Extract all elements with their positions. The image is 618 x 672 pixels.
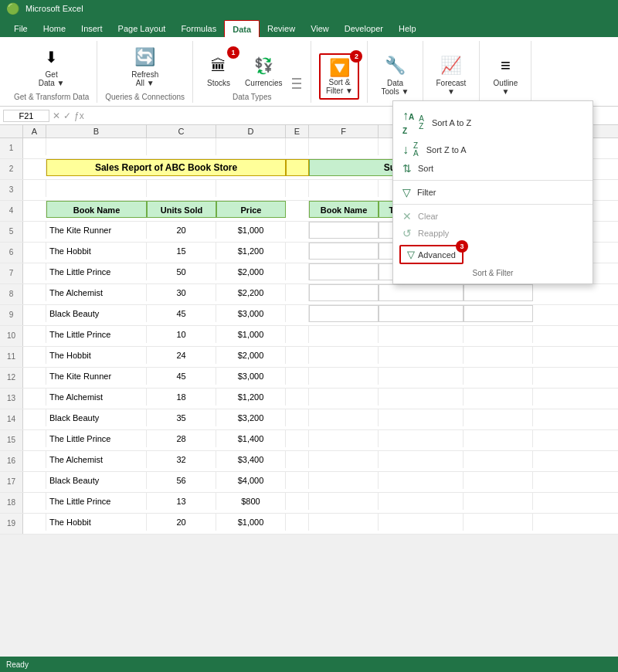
- cell-e4[interactable]: [286, 201, 309, 218]
- cell-b6[interactable]: The Hobbit: [46, 243, 147, 260]
- cell-f7[interactable]: [309, 263, 379, 280]
- cell-b5[interactable]: The Kite Runner: [46, 222, 147, 239]
- cell-h14[interactable]: [464, 409, 533, 426]
- cell-b7[interactable]: The Little Prince: [46, 263, 147, 280]
- cell-f17[interactable]: [309, 472, 379, 489]
- data-tools-btn[interactable]: 🔧 DataTools ▼: [375, 49, 414, 100]
- cell-d3[interactable]: [216, 180, 286, 197]
- tab-help[interactable]: Help: [391, 20, 424, 37]
- cell-e10[interactable]: [286, 326, 309, 343]
- cell-d19[interactable]: $1,000: [216, 514, 286, 531]
- cell-b11[interactable]: The Hobbit: [46, 347, 147, 364]
- cell-c6[interactable]: 15: [147, 243, 216, 260]
- cell-d18[interactable]: $800: [216, 493, 286, 510]
- cell-e19[interactable]: [286, 514, 309, 531]
- cell-e2[interactable]: [286, 159, 309, 176]
- cell-g19[interactable]: [379, 514, 464, 531]
- cell-d16[interactable]: $3,400: [216, 451, 286, 468]
- cell-a15[interactable]: [23, 430, 46, 447]
- cell-g10[interactable]: [379, 326, 464, 343]
- cell-a11[interactable]: [23, 347, 46, 364]
- cell-b3[interactable]: [46, 180, 147, 197]
- filter-item[interactable]: ▽ Filter: [393, 184, 593, 201]
- cell-h15[interactable]: [464, 430, 533, 447]
- cell-f15[interactable]: [309, 430, 379, 447]
- tab-file[interactable]: File: [6, 20, 36, 37]
- cell-h9[interactable]: [464, 305, 533, 322]
- cell-reference[interactable]: [3, 110, 49, 122]
- cell-b14[interactable]: Black Beauty: [46, 409, 147, 426]
- refresh-btn[interactable]: 🔄 RefreshAll ▼: [126, 41, 164, 91]
- cell-f12[interactable]: [309, 368, 379, 385]
- cell-e18[interactable]: [286, 493, 309, 510]
- tab-formulas[interactable]: Formulas: [173, 20, 224, 37]
- cell-d4-header[interactable]: Price: [216, 201, 286, 218]
- cell-c13[interactable]: 18: [147, 389, 216, 406]
- cell-d14[interactable]: $3,200: [216, 409, 286, 426]
- cell-h10[interactable]: [464, 326, 533, 343]
- cell-d10[interactable]: $1,000: [216, 326, 286, 343]
- cell-f11[interactable]: [309, 347, 379, 364]
- cell-h16[interactable]: [464, 451, 533, 468]
- cell-a9[interactable]: [23, 305, 46, 322]
- currencies-btn[interactable]: 💱 Currencies: [239, 49, 287, 91]
- cell-d8[interactable]: $2,200: [216, 284, 286, 301]
- cell-g17[interactable]: [379, 472, 464, 489]
- cell-e13[interactable]: [286, 389, 309, 406]
- tab-review[interactable]: Review: [260, 20, 303, 37]
- cell-b13[interactable]: The Alchemist: [46, 389, 147, 406]
- cell-b17[interactable]: Black Beauty: [46, 472, 147, 489]
- cell-g18[interactable]: [379, 493, 464, 510]
- cell-d17[interactable]: $4,000: [216, 472, 286, 489]
- cell-a13[interactable]: [23, 389, 46, 406]
- cell-a2[interactable]: [23, 159, 46, 176]
- cell-h12[interactable]: [464, 368, 533, 385]
- cell-h18[interactable]: [464, 493, 533, 510]
- cell-c5[interactable]: 20: [147, 222, 216, 239]
- cell-a10[interactable]: [23, 326, 46, 343]
- cell-e9[interactable]: [286, 305, 309, 322]
- cell-f14[interactable]: [309, 409, 379, 426]
- sort-za-item[interactable]: ↓ ZA Sort Z to A: [393, 140, 593, 160]
- cell-c1[interactable]: [147, 138, 216, 155]
- cell-a4[interactable]: [23, 201, 46, 218]
- cell-g11[interactable]: [379, 347, 464, 364]
- cell-b12[interactable]: The Kite Runner: [46, 368, 147, 385]
- cell-c7[interactable]: 50: [147, 263, 216, 280]
- cell-a16[interactable]: [23, 451, 46, 468]
- tab-insert[interactable]: Insert: [73, 20, 110, 37]
- col-header-c[interactable]: C: [147, 125, 216, 137]
- sort-az-item[interactable]: Sort A to Z: [432, 118, 471, 127]
- cell-d13[interactable]: $1,200: [216, 389, 286, 406]
- cell-c19[interactable]: 20: [147, 514, 216, 531]
- cell-a5[interactable]: [23, 222, 46, 239]
- cell-f10[interactable]: [309, 326, 379, 343]
- cell-a1[interactable]: [23, 138, 46, 155]
- cell-d11[interactable]: $2,000: [216, 347, 286, 364]
- tab-view[interactable]: View: [303, 20, 337, 37]
- cell-c10[interactable]: 10: [147, 326, 216, 343]
- cell-d9[interactable]: $3,000: [216, 305, 286, 322]
- tab-data[interactable]: Data: [224, 20, 260, 37]
- cell-e8[interactable]: [286, 284, 309, 301]
- cell-b18[interactable]: The Little Prince: [46, 493, 147, 510]
- cell-f9[interactable]: [309, 305, 379, 322]
- tab-page-layout[interactable]: Page Layout: [110, 20, 174, 37]
- forecast-btn[interactable]: 📈 Forecast▼: [431, 49, 472, 100]
- cell-d15[interactable]: $1,400: [216, 430, 286, 447]
- cell-a6[interactable]: [23, 243, 46, 260]
- cell-e15[interactable]: [286, 430, 309, 447]
- cell-a12[interactable]: [23, 368, 46, 385]
- cell-f8[interactable]: [309, 284, 379, 301]
- cell-b16[interactable]: The Alchemist: [46, 451, 147, 468]
- cell-e6[interactable]: [286, 243, 309, 260]
- advanced-btn[interactable]: ▽ Advanced: [399, 245, 464, 264]
- cell-b10[interactable]: The Little Prince: [46, 326, 147, 343]
- col-header-f[interactable]: F: [309, 125, 379, 137]
- cell-g15[interactable]: [379, 430, 464, 447]
- cell-h11[interactable]: [464, 347, 533, 364]
- cell-c9[interactable]: 45: [147, 305, 216, 322]
- cell-f6[interactable]: [309, 243, 379, 260]
- cell-b1[interactable]: [46, 138, 147, 155]
- cell-f16[interactable]: [309, 451, 379, 468]
